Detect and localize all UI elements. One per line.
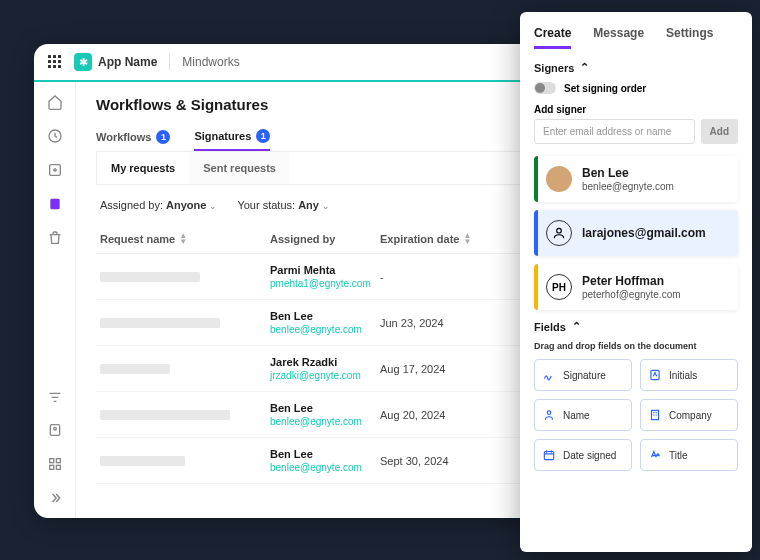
svg-rect-8 (56, 465, 60, 469)
trash-icon[interactable] (47, 230, 63, 246)
svg-point-9 (557, 228, 562, 233)
col-expiration[interactable]: Expiration date▲▼ (380, 233, 490, 245)
field-date-signed[interactable]: Date signed (534, 439, 632, 471)
breadcrumb-project[interactable]: Mindworks (182, 55, 239, 69)
add-signer-label: Add signer (534, 104, 738, 115)
signing-order-toggle[interactable]: Set signing order (534, 82, 738, 94)
section-signers[interactable]: Signers⌃ (534, 61, 738, 74)
svg-rect-7 (49, 465, 53, 469)
count-badge: 1 (256, 129, 270, 143)
app-name: App Name (98, 55, 157, 69)
skeleton (100, 456, 185, 466)
fields-hint: Drag and drop fields on the document (534, 341, 738, 351)
sort-icon: ▲▼ (463, 233, 471, 245)
apps-grid-icon[interactable] (48, 55, 62, 69)
svg-point-11 (547, 411, 551, 415)
avatar: PH (546, 274, 572, 300)
subtab-my-requests[interactable]: My requests (97, 152, 189, 184)
skeleton (100, 318, 220, 328)
signature-icon (542, 368, 556, 382)
chevron-down-icon: ⌄ (322, 201, 330, 211)
add-signer-button[interactable]: Add (701, 119, 738, 144)
skeleton (100, 364, 170, 374)
initials-icon (648, 368, 662, 382)
subtab-sent-requests[interactable]: Sent requests (189, 152, 290, 184)
field-company[interactable]: Company (640, 399, 738, 431)
app-logo-icon: ✱ (74, 53, 92, 71)
tab-workflows[interactable]: Workflows1 (96, 123, 170, 151)
filter-icon[interactable] (47, 388, 63, 404)
divider (169, 54, 170, 70)
svg-rect-5 (49, 459, 53, 463)
switch-icon (534, 82, 556, 94)
sort-icon: ▲▼ (179, 233, 187, 245)
building-icon (648, 408, 662, 422)
app-badge[interactable]: ✱ App Name (74, 53, 157, 71)
apps-icon[interactable] (47, 456, 63, 472)
home-icon[interactable] (47, 94, 63, 110)
skeleton (100, 410, 230, 420)
svg-point-4 (53, 427, 56, 430)
svg-rect-12 (652, 410, 659, 419)
svg-rect-2 (50, 199, 59, 210)
panel-tab-message[interactable]: Message (593, 26, 644, 49)
signer-card[interactable]: PH Peter Hoffmanpeterhof@egnyte.com (534, 264, 738, 310)
svg-rect-6 (56, 459, 60, 463)
svg-rect-13 (544, 452, 553, 460)
chevron-up-icon: ⌃ (580, 61, 589, 74)
col-assigned-by[interactable]: Assigned by (270, 233, 380, 245)
calendar-icon (542, 448, 556, 462)
add-signer-input[interactable]: Enter email address or name (534, 119, 695, 144)
fields-grid: Signature Initials Name Company Date sig… (534, 359, 738, 471)
panel-tab-create[interactable]: Create (534, 26, 571, 49)
avatar (546, 220, 572, 246)
side-panel: Create Message Settings Signers⌃ Set sig… (520, 12, 752, 552)
count-badge: 1 (156, 130, 170, 144)
text-icon (648, 448, 662, 462)
panel-tab-settings[interactable]: Settings (666, 26, 713, 49)
signatures-icon[interactable] (47, 196, 63, 212)
tab-signatures[interactable]: Signatures1 (194, 123, 270, 151)
chevron-down-icon: ⌄ (209, 201, 217, 211)
avatar (546, 166, 572, 192)
signer-card[interactable]: Ben Leebenlee@egnyte.com (534, 156, 738, 202)
chevron-up-icon: ⌃ (572, 320, 581, 333)
filter-status[interactable]: Your status: Any⌄ (237, 199, 330, 211)
person-icon (542, 408, 556, 422)
skeleton (100, 272, 200, 282)
panel-tabs: Create Message Settings (534, 26, 738, 49)
filter-assigned[interactable]: Assigned by: Anyone⌄ (100, 199, 217, 211)
user-icon[interactable] (47, 422, 63, 438)
field-name[interactable]: Name (534, 399, 632, 431)
nav-rail (34, 82, 76, 518)
field-initials[interactable]: Initials (640, 359, 738, 391)
expand-icon[interactable] (47, 490, 63, 506)
col-request-name[interactable]: Request name▲▼ (100, 233, 270, 245)
add-icon[interactable] (47, 162, 63, 178)
field-signature[interactable]: Signature (534, 359, 632, 391)
signer-card[interactable]: larajones@gmail.com (534, 210, 738, 256)
recent-icon[interactable] (47, 128, 63, 144)
section-fields[interactable]: Fields⌃ (534, 320, 738, 333)
field-title[interactable]: Title (640, 439, 738, 471)
